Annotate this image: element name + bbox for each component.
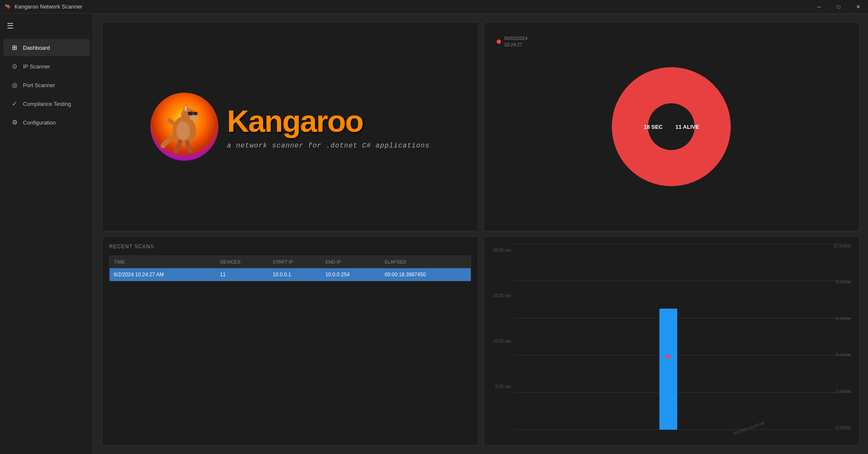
recent-scans-title: RECENT SCANS <box>109 244 471 250</box>
cell-devices: 11 <box>216 268 269 281</box>
bar-chart-panel: 20:00 sec 15:00 sec 10:00 sec 5:00 sec <box>483 236 860 445</box>
table-header-row: TIME DEVICES START IP END IP ELAPSED <box>110 256 471 268</box>
y-time-2: 10:00 sec <box>491 339 512 343</box>
scan-time-value: 10:24:27 <box>504 42 528 48</box>
sidebar-item-configuration[interactable]: ⚙ Configuration <box>3 114 90 131</box>
donut-chart-panel: 06/02/2024 10:24:27 18 SEC <box>483 22 860 231</box>
logo-main-text: Kangaroo <box>227 104 430 139</box>
logo-sub-text: a network scanner for .dotnet C# applica… <box>227 142 430 150</box>
bar-item-1 <box>659 309 677 430</box>
col-start-ip: START IP <box>269 256 321 268</box>
svg-point-6 <box>184 105 187 111</box>
svg-rect-9 <box>193 112 198 115</box>
dashboard-icon: ⊞ <box>10 43 19 52</box>
sidebar-item-label-compliance: Compliance Testing <box>23 101 71 107</box>
sidebar-item-label-configuration: Configuration <box>23 119 56 126</box>
col-devices: DEVICES <box>216 256 269 268</box>
y-online-3: 6 online <box>833 316 851 321</box>
donut-elapsed-label: 18 SEC <box>644 124 663 130</box>
app-layout: ☰ ⊞ Dashboard ⊙ IP Scanner ◎ Port Scanne… <box>0 14 868 454</box>
sidebar-item-label-dashboard: Dashboard <box>23 45 50 51</box>
logo-panel: Kangaroo a network scanner for .dotnet C… <box>102 22 478 231</box>
hamburger-button[interactable]: ☰ <box>0 17 93 35</box>
sidebar-item-label-ip-scanner: IP Scanner <box>23 63 50 70</box>
sidebar-item-label-port-scanner: Port Scanner <box>23 82 55 88</box>
sidebar-item-port-scanner[interactable]: ◎ Port Scanner <box>3 77 90 94</box>
bars-area <box>514 244 823 430</box>
scan-status-dot <box>497 40 501 44</box>
configuration-icon: ⚙ <box>10 118 19 127</box>
logo-text-block: Kangaroo a network scanner for .dotnet C… <box>227 104 430 150</box>
restore-button[interactable]: □ <box>829 0 848 14</box>
cell-start_ip: 10.0.0.1 <box>269 268 321 281</box>
y-time-1: 5:00 sec <box>491 384 512 389</box>
cell-time: 6/2/2024 10:24:27 AM <box>110 268 216 281</box>
col-time: TIME <box>110 256 216 268</box>
cell-end_ip: 10.0.0.254 <box>321 268 380 281</box>
minimize-button[interactable]: ─ <box>809 0 829 14</box>
bar-chart-layout: 20:00 sec 15:00 sec 10:00 sec 5:00 sec <box>491 244 853 438</box>
kangaroo-logo: Kangaroo a network scanner for .dotnet C… <box>150 93 430 161</box>
close-button[interactable]: ✕ <box>848 0 868 14</box>
main-content: Kangaroo a network scanner for .dotnet C… <box>93 14 868 454</box>
sidebar-item-ip-scanner[interactable]: ⊙ IP Scanner <box>3 58 90 75</box>
y-online-1: 2 online <box>833 389 851 394</box>
donut-alive-value: 11 ALIVE <box>676 124 699 130</box>
svg-point-2 <box>190 115 198 121</box>
compliance-icon: ✓ <box>10 99 19 108</box>
y-axis-online: 10 online 8 online 6 online 4 online 2 o… <box>833 244 852 430</box>
recent-scans-panel: RECENT SCANS TIME DEVICES START IP END I… <box>102 236 478 445</box>
y-online-2: 4 online <box>833 352 851 357</box>
y-online-0: 0 online <box>833 425 851 430</box>
chart-body: 10 online 8 online 6 online 4 online 2 o… <box>514 244 853 430</box>
window-controls: ─ □ ✕ <box>809 0 868 14</box>
y-online-4: 8 online <box>833 280 851 284</box>
scan-date: 06/02/2024 <box>504 35 528 42</box>
svg-rect-8 <box>188 112 193 115</box>
donut-center-text: 18 SEC 11 ALIVE <box>644 124 699 130</box>
donut-chart: 18 SEC 11 ALIVE <box>603 59 739 195</box>
x-axis-labels: 6/2/2024 10:24 AM <box>514 430 853 438</box>
col-elapsed: ELAPSED <box>380 256 470 268</box>
sidebar-item-dashboard[interactable]: ⊞ Dashboard <box>3 39 90 56</box>
cell-elapsed: 00:00:18.3987450 <box>380 268 470 281</box>
scans-table: TIME DEVICES START IP END IP ELAPSED 6/2… <box>110 256 471 281</box>
scans-table-container: TIME DEVICES START IP END IP ELAPSED 6/2… <box>109 255 471 281</box>
ip-scanner-icon: ⊙ <box>10 62 19 71</box>
y-online-5: 10 online <box>833 244 851 248</box>
y-axis-time: 20:00 sec 15:00 sec 10:00 sec 5:00 sec <box>491 244 514 438</box>
chart-body-wrapper: 10 online 8 online 6 online 4 online 2 o… <box>514 244 853 438</box>
logo-circle <box>150 93 218 161</box>
scan-info: 06/02/2024 10:24:27 <box>497 35 528 48</box>
donut-alive-label: 11 ALIVE <box>676 124 699 130</box>
col-end-ip: END IP <box>321 256 380 268</box>
app-icon: 🦘 <box>4 3 11 10</box>
donut-elapsed-value: 18 SEC <box>644 124 663 130</box>
titlebar: 🦘 Kangaroo Network Scanner ─ □ ✕ <box>0 0 868 14</box>
y-time-4: 20:00 sec <box>491 248 512 253</box>
table-row[interactable]: 6/2/2024 10:24:27 AM1110.0.0.110.0.0.254… <box>110 268 471 281</box>
app-title: Kangaroo Network Scanner <box>14 3 82 10</box>
svg-point-7 <box>176 122 190 140</box>
y-time-3: 15:00 sec <box>491 293 512 298</box>
sidebar-item-compliance-testing[interactable]: ✓ Compliance Testing <box>3 95 90 112</box>
port-scanner-icon: ◎ <box>10 81 19 89</box>
scan-timestamp: 06/02/2024 10:24:27 <box>504 35 528 48</box>
sidebar: ☰ ⊞ Dashboard ⊙ IP Scanner ◎ Port Scanne… <box>0 14 93 454</box>
bar-dot <box>666 355 670 359</box>
